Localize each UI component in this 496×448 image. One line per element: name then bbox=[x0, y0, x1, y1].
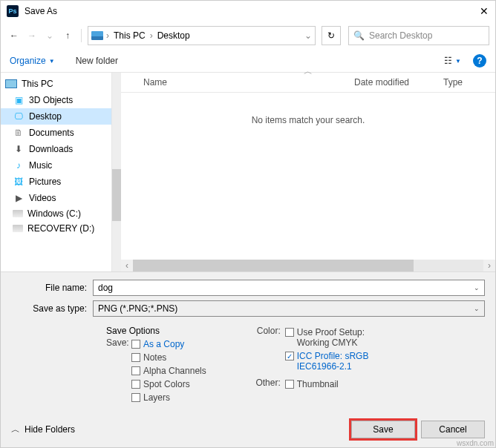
close-icon[interactable]: ✕ bbox=[479, 6, 489, 16]
address-bar[interactable]: › This PC › Desktop ⌄ bbox=[88, 26, 316, 45]
tree-item-pictures[interactable]: 🖼 Pictures bbox=[1, 174, 111, 190]
checkbox[interactable] bbox=[285, 380, 294, 389]
dialog-footer: ︿ Hide Folders Save Cancel bbox=[1, 412, 495, 447]
file-name-input[interactable]: dog ⌄ bbox=[93, 280, 485, 296]
tree-item-windows-c[interactable]: Windows (C:) bbox=[1, 206, 111, 221]
scrollbar-thumb[interactable] bbox=[112, 169, 121, 221]
tree-item-documents[interactable]: 🗎 Documents bbox=[1, 125, 111, 141]
back-button[interactable]: ← bbox=[7, 28, 22, 43]
option-label: As a Copy bbox=[143, 339, 184, 349]
option-thumbnail[interactable]: Thumbnail bbox=[285, 379, 339, 389]
scroll-right-icon[interactable]: › bbox=[483, 260, 495, 271]
checkbox[interactable] bbox=[131, 393, 140, 402]
option-layers[interactable]: Layers bbox=[131, 392, 206, 403]
checkbox[interactable] bbox=[131, 340, 140, 349]
option-as-a-copy[interactable]: As a Copy bbox=[131, 339, 206, 349]
music-icon: ♪ bbox=[13, 159, 25, 171]
option-proof-setup[interactable]: Use Proof Setup: Working CMYK bbox=[285, 327, 369, 348]
drive-icon bbox=[13, 225, 23, 232]
save-options-right: Color: Use Proof Setup: Working CMYK ✓ I… bbox=[251, 326, 369, 404]
app-icon: Ps bbox=[7, 5, 19, 17]
chevron-right-icon: › bbox=[106, 30, 109, 41]
chevron-down-icon: ▼ bbox=[455, 58, 461, 65]
tree-label: Desktop bbox=[29, 111, 62, 122]
checkbox[interactable] bbox=[131, 380, 140, 389]
column-name[interactable]: Name bbox=[121, 73, 347, 92]
chevron-down-icon[interactable]: ⌄ bbox=[474, 284, 480, 291]
option-label: IEC61966-2.1 bbox=[297, 361, 369, 372]
videos-icon: ▶ bbox=[13, 192, 25, 204]
other-label: Other: bbox=[251, 378, 285, 391]
save-button[interactable]: Save bbox=[351, 421, 415, 438]
scrollbar-thumb[interactable] bbox=[133, 260, 414, 271]
window-title: Save As bbox=[25, 6, 479, 16]
save-type-value: PNG (*.PNG;*.PNS) bbox=[98, 303, 177, 314]
cancel-button[interactable]: Cancel bbox=[421, 421, 485, 438]
tree-item-recovery-d[interactable]: RECOVERY (D:) bbox=[1, 221, 111, 236]
watermark: wsxdn.com bbox=[457, 439, 494, 447]
tree-root-this-pc[interactable]: This PC bbox=[1, 76, 111, 92]
organize-label: Organize bbox=[10, 56, 46, 66]
new-folder-button[interactable]: New folder bbox=[76, 56, 118, 66]
tree-item-videos[interactable]: ▶ Videos bbox=[1, 190, 111, 206]
scroll-track[interactable] bbox=[133, 260, 483, 271]
option-label: Working CMYK bbox=[297, 337, 365, 348]
search-placeholder: Search Desktop bbox=[369, 30, 432, 41]
checkbox[interactable] bbox=[285, 328, 294, 337]
address-dropdown[interactable]: ⌄ bbox=[304, 30, 312, 41]
breadcrumb-desktop[interactable]: Desktop bbox=[156, 30, 192, 41]
chevron-right-icon: › bbox=[150, 30, 153, 41]
hide-folders-toggle[interactable]: ︿ Hide Folders bbox=[11, 424, 75, 436]
option-label: Notes bbox=[143, 352, 166, 363]
option-alpha-channels[interactable]: Alpha Channels bbox=[131, 366, 206, 376]
downloads-icon: ⬇ bbox=[13, 143, 25, 155]
search-icon: 🔍 bbox=[353, 30, 365, 41]
save-button-label: Save bbox=[373, 424, 393, 435]
desktop-icon: 🖵 bbox=[13, 111, 25, 122]
pictures-icon: 🖼 bbox=[13, 176, 25, 188]
scroll-left-icon[interactable]: ‹ bbox=[121, 260, 133, 271]
option-icc-profile[interactable]: ✓ ICC Profile: sRGB IEC61966-2.1 bbox=[285, 351, 369, 372]
option-spot-colors[interactable]: Spot Colors bbox=[131, 379, 206, 389]
tree-label: This PC bbox=[22, 79, 53, 89]
option-notes[interactable]: Notes bbox=[131, 352, 206, 363]
tree-item-music[interactable]: ♪ Music bbox=[1, 157, 111, 174]
nav-separator bbox=[81, 29, 82, 42]
breadcrumb-this-pc[interactable]: This PC bbox=[112, 30, 147, 41]
save-options: Save Options Save: As a Copy Notes Alpha… bbox=[11, 321, 485, 404]
horizontal-scrollbar[interactable]: ‹ › bbox=[121, 260, 495, 271]
drive-icon bbox=[13, 210, 23, 217]
cancel-button-label: Cancel bbox=[439, 424, 466, 435]
checkbox[interactable]: ✓ bbox=[285, 352, 294, 360]
refresh-button[interactable]: ↻ bbox=[322, 26, 341, 45]
checkbox[interactable] bbox=[131, 353, 140, 362]
tree-item-downloads[interactable]: ⬇ Downloads bbox=[1, 141, 111, 157]
drive-icon bbox=[91, 31, 103, 40]
toolbar: Organize ▼ New folder ☷ ▼ ? bbox=[1, 50, 495, 72]
tree-label: Pictures bbox=[29, 177, 61, 187]
checkbox[interactable] bbox=[131, 366, 140, 375]
search-input[interactable]: 🔍 Search Desktop bbox=[348, 26, 489, 45]
recent-dropdown[interactable]: ⌄ bbox=[42, 28, 57, 43]
tree-item-desktop[interactable]: 🖵 Desktop bbox=[1, 108, 111, 125]
tree-item-3d-objects[interactable]: ▣ 3D Objects bbox=[1, 92, 111, 108]
option-label: Spot Colors bbox=[143, 379, 190, 389]
organize-button[interactable]: Organize ▼ bbox=[10, 56, 55, 66]
collapse-header-icon[interactable]: ︿ bbox=[304, 65, 313, 78]
column-type[interactable]: Type bbox=[436, 73, 495, 92]
tree-scrollbar[interactable] bbox=[112, 73, 121, 271]
empty-message: No items match your search. bbox=[121, 93, 495, 148]
save-type-row: Save as type: PNG (*.PNG;*.PNS) ⌄ bbox=[11, 300, 485, 317]
forward-button[interactable]: → bbox=[25, 28, 39, 43]
view-options-button[interactable]: ☷ ▼ bbox=[441, 54, 464, 67]
3d-objects-icon: ▣ bbox=[13, 94, 25, 106]
up-button[interactable]: ↑ bbox=[60, 28, 75, 43]
option-label: Use Proof Setup: bbox=[297, 327, 365, 337]
chevron-down-icon[interactable]: ⌄ bbox=[474, 305, 480, 312]
pc-icon bbox=[5, 78, 17, 90]
column-date[interactable]: Date modified bbox=[347, 73, 436, 92]
help-button[interactable]: ? bbox=[473, 54, 486, 67]
save-type-dropdown[interactable]: PNG (*.PNG;*.PNS) ⌄ bbox=[93, 300, 485, 317]
tree-label: RECOVERY (D:) bbox=[27, 223, 94, 234]
hide-folders-label: Hide Folders bbox=[25, 424, 75, 435]
